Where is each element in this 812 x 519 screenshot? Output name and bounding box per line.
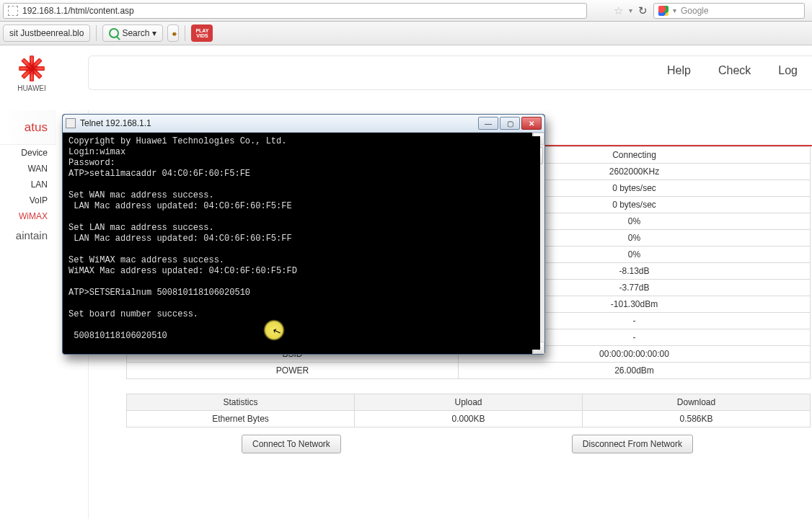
chevron-down-icon: ▾ — [152, 28, 156, 38]
telnet-titlebar[interactable]: Telnet 192.168.1.1 — ▢ ✕ — [63, 115, 544, 133]
stats-header-2: Download — [583, 394, 811, 411]
browser-search-field[interactable]: ▾ Google — [653, 3, 805, 19]
page-body: HUAWEI Help Check Log atus Device WAN LA… — [0, 45, 812, 519]
sidebar-item-wimax[interactable]: WiMAX — [0, 208, 56, 224]
sidebar-item-device[interactable]: Device — [0, 145, 56, 161]
telnet-title: Telnet 192.168.1.1 — [80, 118, 151, 128]
bookmark-star-icon[interactable]: ☆ — [614, 4, 623, 17]
stats-header-1: Upload — [355, 394, 583, 411]
sidebar-section-status[interactable]: atus — [0, 110, 56, 145]
huawei-petals-icon — [17, 54, 46, 83]
telnet-window[interactable]: Telnet 192.168.1.1 — ▢ ✕ ▲ ▼ Copyright b… — [62, 114, 545, 355]
url-text: 192.168.1.1/html/content.asp — [22, 6, 134, 16]
bookmark-label: sit Justbeenreal.blo — [9, 28, 84, 38]
url-history-chevron-icon[interactable]: ▾ — [629, 6, 632, 14]
sidebar-item-wan[interactable]: WAN — [0, 161, 56, 177]
toolbar-separator — [96, 25, 97, 41]
nav-check[interactable]: Check — [718, 64, 751, 77]
sidebar-section-maintain[interactable]: aintain — [0, 224, 56, 246]
stats-cell-1: 0.000KB — [355, 411, 583, 427]
bookmarks-toolbar: sit Justbeenreal.blo Search ▾ ◂▸ PLAY VI… — [0, 22, 812, 45]
statistics-table: Statistics Upload Download Ethernet Byte… — [126, 394, 811, 427]
search-engine-chevron-icon[interactable]: ▾ — [673, 6, 676, 14]
address-field[interactable]: 192.168.1.1/html/content.asp — [3, 3, 587, 19]
playvids-label-bot: VIDS — [196, 33, 208, 38]
page-favicon — [8, 6, 18, 16]
top-nav: Help Check Log — [667, 64, 812, 77]
telnet-app-icon — [66, 118, 76, 128]
toolbar-search-button[interactable]: Search ▾ — [102, 25, 163, 42]
bookmark-item[interactable]: sit Justbeenreal.blo — [3, 25, 90, 42]
search-icon — [109, 28, 119, 38]
huawei-logo: HUAWEI — [10, 54, 53, 92]
playvids-label-top: PLAY — [195, 28, 208, 33]
table-row: POWER26.00dBm — [127, 363, 811, 379]
table-row: Ethernet Bytes 0.000KB 0.586KB — [127, 411, 811, 427]
nav-help[interactable]: Help — [667, 64, 691, 77]
google-icon — [658, 6, 668, 16]
nav-logout[interactable]: Log — [778, 64, 798, 77]
stats-header-0: Statistics — [127, 394, 355, 411]
maximize-button[interactable]: ▢ — [500, 117, 520, 130]
brand-name: HUAWEI — [10, 84, 53, 92]
telnet-terminal-output: Copyright by Huawei Technologies Co., Lt… — [67, 136, 540, 350]
minimize-button[interactable]: — — [478, 117, 498, 130]
toolbar-separator — [185, 25, 185, 41]
sidebar-item-voip[interactable]: VoIP — [0, 192, 56, 208]
close-button[interactable]: ✕ — [521, 117, 542, 130]
action-buttons: Connect To Network Disconnect From Netwo… — [126, 427, 812, 453]
status-label: POWER — [127, 363, 459, 379]
reload-icon[interactable]: ↻ — [638, 4, 648, 17]
disconnect-button[interactable]: Disconnect From Network — [572, 435, 693, 453]
sidebar: atus Device WAN LAN VoIP WiMAX aintain — [0, 110, 56, 246]
toolbar-search-label: Search — [122, 28, 149, 38]
toolbar-audio-button[interactable]: ◂▸ — [167, 25, 179, 42]
sidebar-item-lan[interactable]: LAN — [0, 177, 56, 192]
playvids-button[interactable]: PLAY VIDS — [191, 25, 213, 42]
search-placeholder: Google — [681, 6, 709, 16]
browser-url-bar: 192.168.1.1/html/content.asp ☆ ▾ ↻ ▾ Goo… — [0, 0, 812, 22]
stats-cell-0: Ethernet Bytes — [127, 411, 355, 427]
status-value: 26.00dBm — [459, 363, 811, 379]
stats-cell-2: 0.586KB — [583, 411, 811, 427]
connect-button[interactable]: Connect To Network — [242, 435, 341, 453]
audio-split-icon: ◂▸ — [172, 29, 175, 38]
